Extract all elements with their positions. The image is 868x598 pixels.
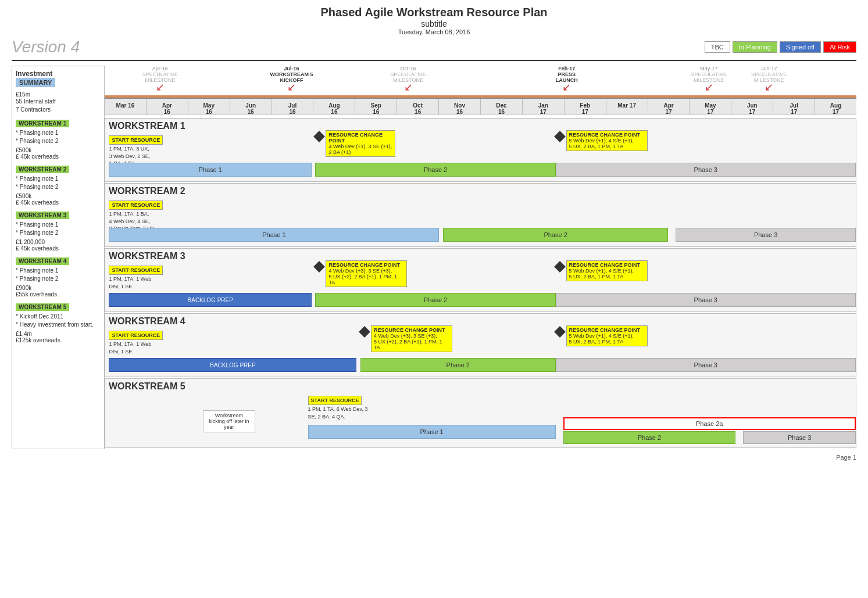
sidebar-ws4: WORKSTREAM 4 * Phasing note 1* Phasing n… (16, 257, 101, 298)
gantt-area: Apr-16SPECULATIVEMILESTONE ↙ Jul-16WORKS… (105, 66, 856, 449)
ws4-diamond2: RESOURCE CHANGE POINT 5 Web Dev (+1), 4 … (556, 328, 564, 336)
subtitle: subtitle (12, 19, 856, 28)
main-content: Investment SUMMARY £15m 55 Internal staf… (12, 66, 856, 449)
version-label: Version 4 (12, 38, 80, 56)
ws1-diamond1: RESOURCE CHANGE POINT 4 Web Dev (+1), 3 … (315, 133, 323, 141)
ws4-rcp2-detail: 5 Web Dev (+1), 4 S/E (+1),5 UX, 2 BA, 1… (569, 333, 645, 345)
ws2-notes: * Phasing note 1* Phasing note 2 (16, 175, 101, 191)
ws3-resource-info: 1 PM, 1TA, 1 WebDev, 1 SE (109, 275, 151, 290)
ws3-notes: * Phasing note 1* Phasing note 2 (16, 221, 101, 237)
ws3-diamond2: RESOURCE CHANGE POINT 5 Web Dev (+1), 4 … (556, 263, 564, 271)
page-title: Phased Agile Workstream Resource Plan (12, 6, 856, 19)
ws3-phase3: Phase 3 (556, 293, 856, 307)
legend-planning: In Planning (733, 41, 777, 53)
month-mar16: Mar 16 (105, 99, 147, 114)
milestone-labels: Apr-16SPECULATIVEMILESTONE ↙ Jul-16WORKS… (105, 66, 856, 98)
ws5-gantt: Workstream kicking off later in year STA… (105, 393, 856, 445)
ws5-phase2: Phase 2 (563, 431, 736, 444)
ws3-diamond1: RESOURCE CHANGE POINT 4 Web Dev (+3), 3 … (315, 263, 323, 271)
page: Phased Agile Workstream Resource Plan su… (0, 0, 868, 598)
ws3-money: £1,200,000£ 45k overheads (16, 239, 101, 252)
page-number: Page 1 (12, 454, 856, 461)
timeline-header: Apr-16SPECULATIVEMILESTONE ↙ Jul-16WORKS… (105, 66, 856, 118)
sidebar-investment: Investment SUMMARY £15m 55 Internal staf… (16, 70, 101, 114)
milestone-oct16: Oct-16SPECULATIVEMILESTONE ↙ (390, 66, 426, 83)
summary-badge: SUMMARY (16, 78, 55, 87)
ws1-badge: WORKSTREAM 1 (16, 120, 69, 127)
ws4-resource-info: 1 PM, 1TA, 1 WebDev, 1 SE (109, 341, 151, 355)
ws1-phase2: Phase 2 (315, 163, 555, 177)
investment-title: Investment (16, 70, 101, 78)
milestone-jul16: Jul-16WORKSTREAM 5KICKOFF ↙ (270, 66, 313, 83)
ws5-row: WORKSTREAM 5 Workstream kicking off late… (105, 378, 856, 448)
ws1-notes: * Phasing note 1* Phasing note 2 (16, 129, 101, 145)
ws5-phase3: Phase 3 (743, 431, 856, 444)
legend-tbc: TBC (705, 41, 730, 53)
month-sep16: Sep16 (355, 99, 397, 114)
ws1-money: £500k£ 45k overheads (16, 147, 101, 160)
ws4-rcp1-title: RESOURCE CHANGE POINT (374, 327, 449, 333)
ws2-phase3: Phase 3 (676, 228, 856, 242)
month-jan17: Jan17 (523, 99, 565, 114)
ws5-money: £1.4m£125k overheads (16, 331, 101, 343)
month-may17: May17 (690, 99, 731, 114)
month-apr17: Apr17 (648, 99, 690, 114)
ws3-rcp2-detail: 5 Web Dev (+1), 4 S/E (+1),5 UX, 2 BA, 1… (569, 268, 645, 280)
month-jul16: Jul16 (272, 99, 314, 114)
ws3-gantt: START RESOURCE 1 PM, 1TA, 1 WebDev, 1 SE… (105, 263, 856, 309)
ws4-row: WORKSTREAM 4 START RESOURCE 1 PM, 1TA, 1… (105, 313, 856, 377)
legend-risk: At Risk (823, 41, 856, 53)
ws2-phase2: Phase 2 (443, 228, 668, 242)
ws1-title: WORKSTREAM 1 (105, 119, 856, 133)
ws3-rcp2-title: RESOURCE CHANGE POINT (569, 262, 645, 268)
month-aug16: Aug16 (313, 99, 355, 114)
ws1-diamond2: RESOURCE CHANGE POINT 5 Web Dev (+1), 4 … (556, 133, 564, 141)
milestone-apr16: Apr-16SPECULATIVEMILESTONE ↙ (142, 66, 178, 83)
ws1-rcp2-detail: 5 Web Dev (+1), 4 S/E (+1),5 UX, 2 BA, 1… (569, 138, 645, 149)
ws4-title: WORKSTREAM 4 (105, 314, 856, 328)
month-dec16: Dec16 (481, 99, 523, 114)
month-mar17: Mar 17 (606, 99, 648, 114)
ws4-notes: * Phasing note 1* Phasing note 2 (16, 267, 101, 283)
ws1-phase1: Phase 1 (109, 163, 312, 177)
timeline-bar (105, 95, 856, 98)
ws2-start-resource: START RESOURCE (109, 200, 163, 210)
month-jul17: Jul17 (773, 99, 815, 114)
month-oct16: Oct16 (397, 99, 439, 114)
ws1-rcp1-detail: 4 Web Dev (+1), 3 SE (+1),2 BA (+1) (328, 144, 392, 155)
legend: TBC In Planning Signed off At Risk (705, 41, 856, 53)
month-row: Mar 16 Apr16 May16 Jun16 Jul16 Aug16 Sep… (105, 98, 856, 115)
page-header: Phased Agile Workstream Resource Plan su… (12, 6, 856, 35)
ws2-money: £500k£ 45k overheads (16, 193, 101, 206)
ws4-diamond1: RESOURCE CHANGE POINT 4 Web Dev (+3), 3 … (360, 328, 369, 336)
month-may16: May16 (188, 99, 230, 114)
ws3-start-resource: START RESOURCE (109, 266, 163, 275)
month-apr16: Apr16 (147, 99, 188, 114)
ws1-row: WORKSTREAM 1 START RESOURCE 1 PM, 1TA, 3… (105, 118, 856, 182)
ws4-money: £900k£55k overheads (16, 285, 101, 298)
internal-staff: 55 Internal staff (16, 98, 101, 106)
sidebar-ws2: WORKSTREAM 2 * Phasing note 1* Phasing n… (16, 166, 101, 206)
ws5-notes: * Kickoff Dec 2011* Heavy investment fro… (16, 313, 101, 329)
ws5-phase2a: Phase 2a (563, 417, 856, 430)
month-jun17: Jun17 (731, 99, 773, 114)
ws4-phase2: Phase 2 (360, 358, 556, 372)
sidebar: Investment SUMMARY £15m 55 Internal staf… (12, 66, 105, 449)
sidebar-ws3: WORKSTREAM 3 * Phasing note 1* Phasing n… (16, 212, 101, 252)
ws4-badge: WORKSTREAM 4 (16, 257, 69, 265)
ws3-title: WORKSTREAM 3 (105, 249, 856, 263)
ws5-start-resource: START RESOURCE (308, 396, 362, 405)
sidebar-ws5: WORKSTREAM 5 * Kickoff Dec 2011* Heavy i… (16, 303, 101, 343)
ws2-title: WORKSTREAM 2 (105, 184, 856, 198)
ws3-rcp1-detail: 4 Web Dev (+3), 3 SE (+3),5 UX (+2), 2 B… (328, 268, 404, 285)
ws4-rcp1-detail: 4 Web Dev (+3), 3 SE (+3),5 UX (+2), 2 B… (374, 333, 449, 350)
investment-amount: £15m (16, 91, 101, 98)
ws5-phase1: Phase 1 (308, 425, 556, 439)
ws5-title: WORKSTREAM 5 (105, 379, 856, 393)
ws1-start-resource: START RESOURCE (109, 135, 163, 145)
ws4-start-resource: START RESOURCE (109, 331, 163, 340)
ws1-gantt: START RESOURCE 1 PM, 1TA, 3 UX,3 Web Dev… (105, 133, 856, 179)
ws4-gantt: START RESOURCE 1 PM, 1TA, 1 WebDev, 1 SE… (105, 328, 856, 374)
legend-signed: Signed off (780, 41, 821, 53)
milestone-may17: May-17SPECULATIVEMILESTONE ↙ (691, 66, 727, 83)
